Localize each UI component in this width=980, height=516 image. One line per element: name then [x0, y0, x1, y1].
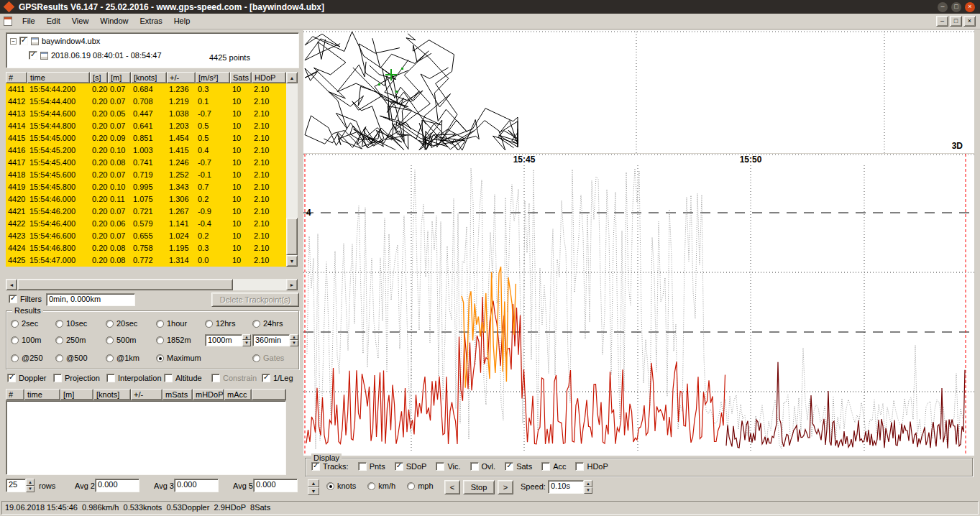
tree-root-item[interactable]: − baywindow4.ubx [10, 37, 100, 45]
column-header-m[interactable]: [m] [108, 72, 131, 83]
tree-session-item[interactable]: 2018.06.19 08:40:01 - 08:54:47 [29, 51, 162, 60]
menu-view[interactable]: View [66, 14, 95, 29]
spin-up-icon[interactable]: ▲ [308, 479, 319, 487]
checkbox-pnts[interactable]: Pnts [358, 462, 385, 471]
radio-mph[interactable]: mph [407, 482, 433, 490]
scrollbar-thumb[interactable] [286, 218, 298, 255]
step-back-button[interactable]: < [444, 480, 460, 494]
checkbox-altitude[interactable]: Altitude [164, 374, 211, 382]
results-table-body[interactable] [6, 400, 286, 475]
table-row[interactable]: 441615:54:45.2000.2000.101.0031.4150.410… [6, 144, 286, 157]
column-header-m-s[interactable]: [m/s²] [196, 72, 230, 83]
rows-count-spinner[interactable]: ▲ ▼ [26, 479, 35, 492]
view-3d-label[interactable]: 3D [952, 141, 963, 151]
table-row[interactable]: 442515:54:47.0000.2000.080.7721.3140.010… [6, 254, 286, 267]
speed-spinner[interactable]: ▲ ▼ [584, 480, 592, 494]
rows-count-input[interactable]: 25 [6, 479, 26, 492]
checkbox-vic[interactable]: Vic. [436, 462, 460, 471]
filters-input[interactable]: 0min, 0.000km [46, 293, 135, 306]
table-row[interactable]: 441715:54:45.4000.2000.080.7411.246-0.71… [6, 157, 286, 169]
scrollbar-thumb[interactable] [17, 279, 233, 290]
spin-down-icon[interactable]: ▼ [290, 340, 298, 346]
column-header-m[interactable]: [m] [60, 389, 93, 400]
table-row[interactable]: 442315:54:46.6000.2000.070.6551.0240.210… [6, 230, 286, 242]
scroll-down-icon[interactable]: ▼ [286, 255, 298, 267]
table-row[interactable]: 441215:54:44.4000.2000.070.7081.2190.110… [6, 96, 286, 108]
menu-help[interactable]: Help [168, 14, 196, 29]
spin-down-icon[interactable]: ▼ [308, 487, 319, 495]
spin-up-icon[interactable]: ▲ [584, 480, 592, 487]
radio-12hrs[interactable]: 12hrs [205, 319, 252, 328]
radio-100m[interactable]: 100m [11, 336, 55, 344]
checkbox-projection[interactable]: Projection [53, 374, 106, 382]
menu-extras[interactable]: Extras [134, 14, 168, 29]
radio-2sec[interactable]: 2sec [11, 319, 55, 328]
column-header-knots[interactable]: [knots] [93, 389, 131, 400]
table-row[interactable]: 442215:54:46.4000.2000.060.5791.141-0.41… [6, 218, 286, 230]
spin-up-icon[interactable]: ▲ [26, 479, 35, 486]
table-row[interactable]: 441415:54:44.8000.2000.070.6411.2030.510… [6, 120, 286, 132]
column-header-knots[interactable]: [knots] [131, 72, 167, 83]
column-header-macc[interactable]: mAcc [224, 389, 252, 400]
spin-down-icon[interactable]: ▼ [242, 340, 251, 346]
tree-root-label[interactable]: baywindow4.ubx [42, 37, 100, 45]
checkbox-1-leg[interactable]: 1/Leg [262, 374, 299, 382]
step-forward-button[interactable]: > [498, 480, 513, 494]
spin-up-icon[interactable]: ▲ [290, 334, 298, 341]
radio-km-h[interactable]: km/h [367, 482, 395, 490]
filters-checkbox[interactable]: Filters [9, 295, 42, 303]
radio-24hrs[interactable]: 24hrs [252, 319, 296, 328]
zoom-spinner[interactable]: ▲ ▼ [308, 479, 319, 495]
avg5-value[interactable]: 0.000 [253, 479, 298, 492]
spin-down-icon[interactable]: ▼ [26, 486, 35, 493]
menu-file[interactable]: File [17, 14, 41, 29]
column-header-time[interactable]: time [27, 72, 90, 83]
horizontal-scrollbar[interactable]: ◄ ► [6, 279, 298, 290]
tree-root-checkbox[interactable] [19, 37, 28, 45]
checkbox-tracks[interactable]: Tracks: [311, 462, 349, 471]
spin-up-icon[interactable]: ▲ [242, 334, 251, 341]
radio-500[interactable]: @500 [55, 354, 106, 362]
stop-button[interactable]: Stop [463, 480, 495, 494]
speed-chart[interactable]: 15:4515:504 [303, 154, 974, 456]
radio-knots[interactable]: knots [326, 482, 356, 490]
results-input-1000m[interactable]: 1000m▲▼ [205, 334, 252, 346]
spin-down-icon[interactable]: ▼ [584, 487, 592, 494]
vertical-scrollbar[interactable]: ▲ ▼ [286, 72, 298, 267]
table-row[interactable]: 441315:54:44.6000.2000.050.4471.038-0.71… [6, 108, 286, 120]
track-map[interactable]: 3D [303, 30, 974, 153]
checkbox-doppler[interactable]: Doppler [7, 374, 53, 382]
radio-maximum[interactable]: Maximum [156, 354, 205, 362]
table-row[interactable]: 441115:54:44.2000.2000.070.6841.2360.310… [6, 83, 286, 96]
checkbox-interpolation[interactable]: Interpolation [106, 374, 164, 382]
scroll-left-icon[interactable]: ◄ [6, 279, 17, 290]
mdi-minimize-icon[interactable]: – [936, 16, 948, 27]
table-row[interactable]: 442115:54:46.2000.2000.070.7211.267-0.91… [6, 206, 286, 218]
checkbox-sats[interactable]: Sats [505, 462, 532, 471]
checkbox-sdop[interactable]: SDoP [395, 462, 427, 471]
radio-1852m[interactable]: 1852m [156, 336, 205, 344]
collapse-icon[interactable]: − [10, 38, 17, 45]
table-row[interactable]: 441915:54:45.8000.2000.100.9951.3430.710… [6, 181, 286, 193]
radio-1km[interactable]: @1km [106, 354, 156, 362]
column-header-col[interactable]: # [6, 72, 27, 83]
minimize-icon[interactable]: – [938, 2, 948, 12]
column-header-msats[interactable]: mSats [162, 389, 193, 400]
input-value[interactable]: 1000m [205, 334, 242, 346]
speed-input[interactable]: 0.10s [548, 480, 584, 494]
column-header-s[interactable]: [s] [90, 72, 108, 83]
tree-session-label[interactable]: 2018.06.19 08:40:01 - 08:54:47 [51, 51, 162, 60]
checkbox-ovl[interactable]: Ovl. [470, 462, 496, 471]
radio-1hour[interactable]: 1hour [156, 319, 205, 328]
close-icon[interactable]: × [965, 2, 975, 12]
table-row[interactable]: 441515:54:45.0000.2000.090.8511.4540.510… [6, 132, 286, 144]
spinner[interactable]: ▲▼ [242, 334, 251, 346]
mdi-close-icon[interactable]: × [963, 16, 976, 27]
tree-session-checkbox[interactable] [29, 51, 37, 60]
input-value[interactable]: 360min [252, 334, 290, 346]
spinner[interactable]: ▲▼ [290, 334, 298, 346]
checkbox-acc[interactable]: Acc [541, 462, 566, 471]
column-header-col[interactable]: # [6, 389, 24, 400]
radio-250[interactable]: @250 [11, 354, 55, 362]
column-header-col[interactable]: +/- [131, 389, 162, 400]
